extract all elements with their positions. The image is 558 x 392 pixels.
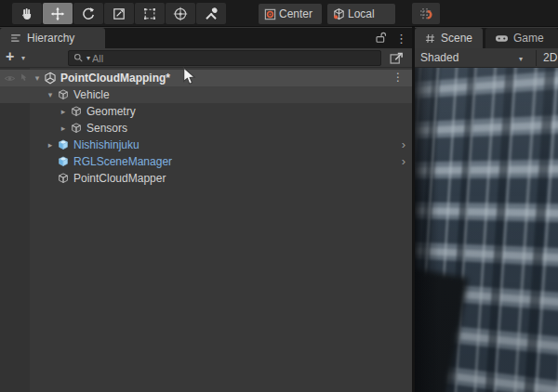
transform-tool-button[interactable] — [166, 3, 195, 24]
fold-toggle[interactable]: ▸ — [57, 103, 70, 120]
draw-mode-dropdown[interactable]: Shaded — [420, 51, 458, 64]
local-cube-icon — [332, 7, 346, 21]
scale-icon — [112, 7, 126, 21]
mouse-cursor — [182, 67, 196, 86]
rotate-tool-button[interactable] — [73, 3, 103, 24]
tree-row-label: Sensors — [86, 122, 127, 135]
fold-toggle[interactable]: ▾ — [44, 86, 57, 103]
tree-row-geometry[interactable]: ▸ Geometry — [0, 103, 412, 120]
grid-snapping-button[interactable] — [412, 3, 440, 24]
move-icon — [50, 7, 65, 21]
scene-view-toolbar: Shaded ▾ 2D — [415, 48, 558, 68]
scene-pickability-icon[interactable] — [18, 72, 29, 84]
tree-row-sensors[interactable]: ▸ Sensors — [0, 120, 412, 137]
custom-tools-button[interactable] — [196, 3, 226, 24]
pivot-center-icon — [263, 7, 277, 21]
search-icon — [73, 52, 85, 64]
gamepad-icon — [495, 33, 509, 45]
tab-game[interactable]: Game — [485, 28, 558, 48]
move-tool-button[interactable] — [43, 3, 73, 24]
scene-picker-button[interactable] — [389, 50, 405, 66]
open-prefab-chevron[interactable]: › — [402, 137, 405, 153]
tab-scene-label: Scene — [441, 32, 472, 45]
tab-hierarchy[interactable]: Hierarchy — [0, 28, 105, 48]
hand-icon — [20, 7, 34, 21]
transform-tool-icon — [173, 7, 188, 21]
fold-toggle[interactable]: ▾ — [31, 70, 44, 86]
scene-viewport[interactable] — [415, 68, 558, 392]
tree-row-label: Vehicle — [73, 88, 110, 101]
pick-window-icon — [389, 50, 405, 66]
rect-tool-icon — [142, 7, 157, 21]
toolbar-separator — [536, 50, 537, 66]
tree-row-label: Nishishinjuku — [73, 138, 140, 151]
open-prefab-chevron[interactable]: › — [402, 153, 405, 170]
pivot-toggle-button[interactable]: Center — [259, 4, 322, 24]
unity-editor-window: Center Local Hierarchy — [0, 0, 558, 392]
unlock-icon — [374, 31, 388, 45]
gameobject-cube-icon — [70, 122, 83, 135]
create-dropdown-caret[interactable]: ▾ — [21, 54, 25, 62]
scene-visibility-eye-icon[interactable] — [4, 72, 16, 85]
grid-snap-icon — [418, 7, 433, 21]
tree-row-label: PointCloudMapping* — [60, 72, 170, 85]
scene-row-menu[interactable]: ⋮ — [392, 71, 404, 84]
hierarchy-panel-menu[interactable]: ⋮ — [395, 32, 407, 46]
draw-mode-caret[interactable]: ▾ — [519, 55, 523, 63]
scale-tool-button[interactable] — [104, 3, 134, 24]
viewport-tone-overlay — [415, 68, 558, 392]
lock-toggle[interactable] — [374, 31, 388, 45]
hierarchy-toolbar: + ▾ ▾ — [0, 48, 412, 68]
gameobject-cube-icon — [57, 172, 70, 185]
tab-scene[interactable]: Scene — [415, 28, 483, 48]
gameobject-cube-icon — [70, 105, 83, 118]
orientation-toggle-button[interactable]: Local — [327, 4, 395, 24]
tree-row-pointcloudmapper[interactable]: PointCloudMapper — [0, 170, 412, 187]
transform-toolbar: Center Local — [0, 0, 558, 27]
hierarchy-tree: ▾ PointCloudMapping* ⋮ ▾ Vehicle ▸ — [0, 68, 412, 392]
unity-scene-icon — [44, 72, 57, 85]
toggle-2d-button[interactable]: 2D — [543, 51, 557, 64]
hand-tool-button[interactable] — [12, 3, 42, 24]
prefab-cube-icon — [57, 155, 70, 168]
tree-row-rglscenemanager[interactable]: RGLSceneManager › — [0, 153, 412, 170]
rotate-icon — [81, 7, 96, 21]
tree-row-label: PointCloudMapper — [73, 172, 166, 185]
tab-hierarchy-label: Hierarchy — [27, 32, 74, 45]
scene-grid-icon — [424, 33, 436, 45]
wrench-hammer-icon — [204, 7, 219, 21]
prefab-cube-icon — [57, 138, 70, 151]
pivot-label: Center — [279, 7, 312, 20]
tree-row-label: Geometry — [86, 105, 136, 118]
orientation-label: Local — [348, 7, 375, 20]
rect-tool-button[interactable] — [135, 3, 165, 24]
scene-panel: Scene Game Shaded ▾ 2D — [415, 28, 558, 392]
tree-row-scene[interactable]: ▾ PointCloudMapping* ⋮ — [0, 70, 412, 86]
hierarchy-list-icon — [9, 32, 22, 45]
fold-toggle[interactable]: ▸ — [44, 137, 57, 153]
tree-row-label: RGLSceneManager — [73, 155, 172, 168]
hierarchy-search[interactable]: ▾ — [68, 50, 381, 66]
gameobject-cube-icon — [57, 88, 70, 101]
tab-game-label: Game — [513, 32, 544, 45]
fold-toggle[interactable]: ▸ — [57, 120, 70, 137]
create-object-button[interactable]: + — [6, 48, 14, 65]
tree-row-vehicle[interactable]: ▾ Vehicle — [0, 86, 412, 103]
search-input[interactable] — [92, 53, 377, 64]
search-filter-caret[interactable]: ▾ — [86, 54, 90, 62]
tree-row-nishishinjuku[interactable]: ▸ Nishishinjuku › — [0, 137, 412, 153]
